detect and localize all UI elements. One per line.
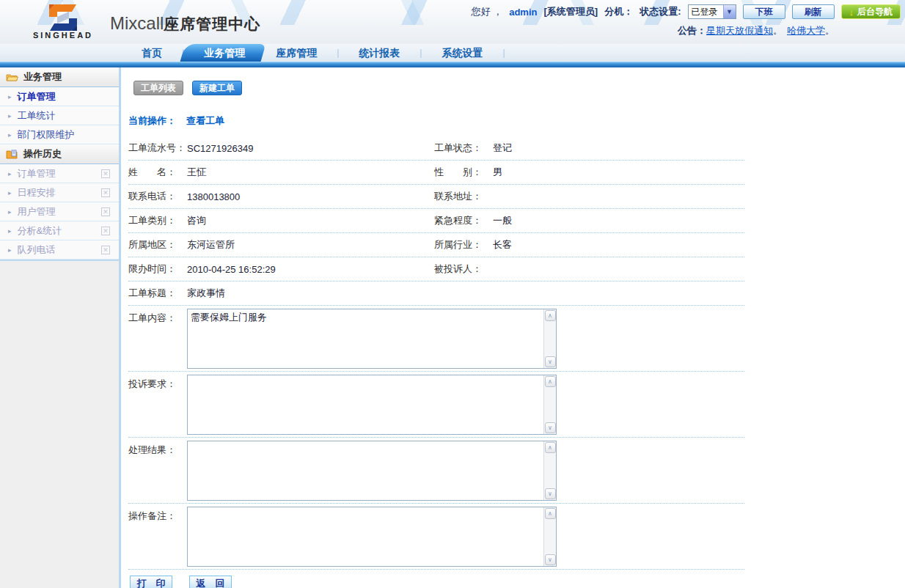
form-row-region-industry: 所属地区： 东河运管所 所属行业： 长客 bbox=[128, 233, 744, 257]
tab-system-settings[interactable]: 系统设置 bbox=[426, 44, 498, 62]
bullet-arrow-icon: ▸ bbox=[8, 93, 12, 100]
complaint-req-textarea[interactable] bbox=[188, 375, 543, 434]
gender-label: 性 别： bbox=[434, 166, 493, 179]
current-operation-label: 当前操作： bbox=[128, 114, 176, 128]
scroll-down-icon[interactable]: ∨ bbox=[545, 488, 556, 499]
bullet-arrow-icon: ▸ bbox=[8, 208, 12, 216]
status-value: 登记 bbox=[493, 142, 744, 155]
user-role: [系统管理员] bbox=[543, 5, 598, 18]
scrollbar[interactable]: ∧ ∨ bbox=[543, 441, 556, 500]
announcement-link-1[interactable]: 星期天放假通知 bbox=[706, 24, 773, 37]
region-label: 所属地区： bbox=[128, 238, 187, 251]
bullet-arrow-icon: ▸ bbox=[8, 246, 12, 254]
backend-nav-button[interactable]: ↓ 后台导航 bbox=[841, 4, 901, 19]
bullet-arrow-icon: ▸ bbox=[8, 131, 12, 139]
tab-divider: | bbox=[337, 44, 339, 62]
form-row-complaint-req: 投诉要求： ∧ ∨ bbox=[128, 372, 744, 438]
tab-home[interactable]: 首页 bbox=[126, 44, 177, 62]
tab-agent-management[interactable]: 座席管理 bbox=[260, 44, 332, 62]
content-textarea[interactable]: 需要保姆上门服务 bbox=[188, 309, 543, 368]
bullet-arrow-icon: ▸ bbox=[8, 189, 12, 196]
sidebar-item-schedule[interactable]: ▸ 日程安排 ✕ bbox=[0, 183, 119, 202]
serial-value: SC1271926349 bbox=[187, 143, 434, 154]
scrollbar[interactable]: ∧ ∨ bbox=[543, 507, 556, 566]
sidebar-item-queue-calls[interactable]: ▸ 队列电话 ✕ bbox=[0, 240, 119, 260]
status-select[interactable]: 已登录 ▼ bbox=[688, 4, 736, 19]
greeting-text: 您好 ， bbox=[472, 5, 503, 18]
complaint-req-label: 投诉要求： bbox=[128, 375, 187, 437]
scrollbar[interactable]: ∧ ∨ bbox=[543, 375, 556, 434]
sidebar-item-label: 队列电话 bbox=[18, 243, 56, 257]
form-row-deadline-complained: 限办时间： 2010-04-25 16:52:29 被投诉人： bbox=[128, 257, 744, 282]
remove-icon[interactable]: ✕ bbox=[101, 188, 110, 197]
sidebar-group-title: 业务管理 bbox=[23, 70, 62, 84]
urgency-label: 紧急程度： bbox=[434, 214, 493, 227]
result-textarea-wrap: ∧ ∨ bbox=[187, 441, 557, 501]
scroll-down-icon[interactable]: ∨ bbox=[545, 356, 556, 367]
scroll-up-icon[interactable]: ∧ bbox=[545, 310, 556, 321]
category-value: 咨询 bbox=[187, 214, 434, 227]
sidebar-item-label: 工单统计 bbox=[18, 109, 56, 122]
ticket-toolbar: 工单列表 新建工单 bbox=[133, 81, 905, 95]
scroll-down-icon[interactable]: ∨ bbox=[545, 554, 556, 565]
user-area: 您好 ， admin [系统管理员] 分机： 状态设置: 已登录 ▼ 下班 刷新… bbox=[472, 4, 901, 37]
sidebar-item-order-management[interactable]: ▸ 订单管理 bbox=[0, 87, 119, 106]
company-name: SINGHEAD bbox=[21, 31, 106, 40]
form-row-remark: 操作备注： ∧ ∨ bbox=[128, 504, 744, 570]
remove-icon[interactable]: ✕ bbox=[101, 169, 110, 178]
print-button[interactable]: 打 印 bbox=[130, 576, 172, 588]
form-row-result: 处理结果： ∧ ∨ bbox=[128, 438, 744, 504]
new-ticket-button[interactable]: 新建工单 bbox=[192, 81, 242, 95]
scrollbar[interactable]: ∧ ∨ bbox=[543, 309, 556, 368]
announcement-sep-2: 。 bbox=[825, 24, 835, 37]
ticket-list-button[interactable]: 工单列表 bbox=[133, 81, 183, 95]
deadline-label: 限办时间： bbox=[128, 262, 187, 276]
category-label: 工单类别： bbox=[128, 214, 187, 227]
sidebar-item-analysis-statistics[interactable]: ▸ 分析&统计 ✕ bbox=[0, 221, 119, 240]
sidebar-item-department-permissions[interactable]: ▸ 部门权限维护 bbox=[0, 125, 119, 144]
off-duty-button[interactable]: 下班 bbox=[743, 4, 785, 19]
tab-divider: | bbox=[502, 44, 505, 62]
folder-open-icon bbox=[6, 73, 18, 82]
download-arrow-icon: ↓ bbox=[849, 7, 854, 18]
sidebar-item-user-management[interactable]: ▸ 用户管理 ✕ bbox=[0, 202, 119, 221]
singhead-s-icon bbox=[44, 3, 82, 32]
form-footer: 打 印 返 回 bbox=[130, 576, 905, 588]
remove-icon[interactable]: ✕ bbox=[101, 246, 110, 254]
app-title-en: Mixcall bbox=[110, 13, 164, 33]
form-row-phone-address: 联系电话： 1380013800 联系地址： bbox=[128, 185, 744, 209]
announcement-bar: 公告： 星期天放假通知 。 哈佛大学 。 bbox=[678, 24, 901, 37]
chevron-down-icon[interactable]: ▼ bbox=[723, 5, 736, 18]
result-textarea[interactable] bbox=[188, 441, 543, 500]
sidebar-group-history[interactable]: 操作历史 bbox=[0, 144, 119, 164]
back-button[interactable]: 返 回 bbox=[189, 576, 232, 588]
remove-icon[interactable]: ✕ bbox=[101, 207, 110, 216]
brand-logo: SINGHEAD bbox=[21, 3, 106, 40]
refresh-button[interactable]: 刷新 bbox=[792, 4, 835, 19]
form-row-title: 工单标题： 家政事情 bbox=[128, 282, 744, 306]
serial-label: 工单流水号： bbox=[128, 142, 187, 155]
scroll-up-icon[interactable]: ∧ bbox=[545, 376, 556, 387]
app-title-cn: 座席管理中心 bbox=[164, 15, 260, 32]
username: admin bbox=[509, 7, 537, 18]
sidebar-history-list: ▸ 订单管理 ✕ ▸ 日程安排 ✕ ▸ 用户管理 ✕ ▸ 分析&统计 ✕ ▸ 队 bbox=[0, 164, 119, 261]
complained-label: 被投诉人： bbox=[434, 262, 493, 276]
tab-business-management[interactable]: 业务管理 bbox=[188, 44, 260, 62]
name-value: 王怔 bbox=[187, 166, 434, 179]
tab-statistics-report[interactable]: 统计报表 bbox=[343, 44, 415, 62]
scroll-up-icon[interactable]: ∧ bbox=[545, 508, 556, 519]
sidebar-group-business[interactable]: 业务管理 bbox=[0, 67, 119, 87]
scroll-up-icon[interactable]: ∧ bbox=[545, 442, 556, 453]
sidebar-item-order-management-history[interactable]: ▸ 订单管理 ✕ bbox=[0, 164, 119, 183]
form-row-serial-status: 工单流水号： SC1271926349 工单状态： 登记 bbox=[128, 136, 744, 161]
scroll-down-icon[interactable]: ∨ bbox=[545, 422, 556, 433]
status-setting-label: 状态设置: bbox=[640, 5, 681, 18]
announcement-link-2[interactable]: 哈佛大学 bbox=[787, 24, 825, 37]
ticket-title-value: 家政事情 bbox=[187, 287, 744, 300]
remark-textarea[interactable] bbox=[188, 507, 543, 566]
sidebar: 业务管理 ▸ 订单管理 ▸ 工单统计 ▸ 部门权限维护 操作历史 ▸ bbox=[0, 67, 121, 588]
remove-icon[interactable]: ✕ bbox=[101, 227, 110, 235]
current-operation-value: 查看工单 bbox=[186, 114, 224, 128]
sidebar-item-ticket-statistics[interactable]: ▸ 工单统计 bbox=[0, 106, 119, 125]
bullet-arrow-icon: ▸ bbox=[8, 227, 12, 235]
